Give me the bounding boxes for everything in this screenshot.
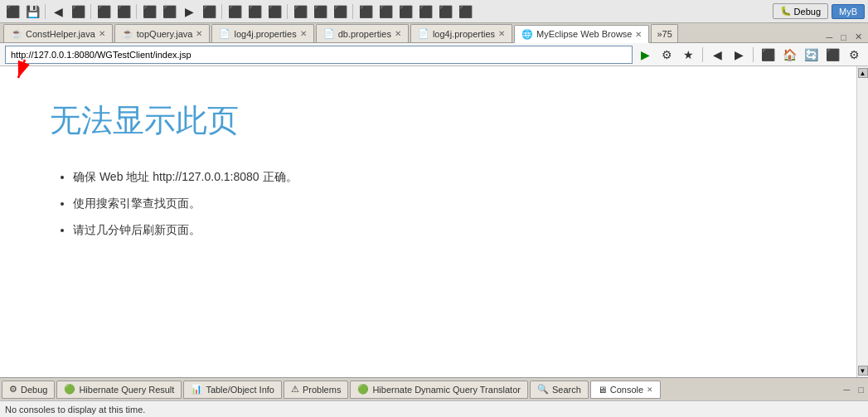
toolbar-icon-fwd[interactable]: ⬛ xyxy=(69,2,87,21)
settings-button[interactable]: ⚙ xyxy=(845,46,863,64)
url-input[interactable] xyxy=(5,46,633,64)
debug-label: Debug xyxy=(794,7,821,17)
print-button[interactable]: ⬛ xyxy=(823,46,841,64)
toolbar-icon-back[interactable]: ◀ xyxy=(49,2,67,21)
tab-label: MyEclipse Web Browse xyxy=(536,29,632,39)
toolbar-icon-3[interactable]: ⬛ xyxy=(95,2,113,21)
toolbar-icon-10[interactable]: ⬛ xyxy=(245,2,264,21)
debug-button[interactable]: 🐛 Debug xyxy=(773,3,828,19)
refresh2-button[interactable]: 🔄 xyxy=(802,46,820,64)
error-item-1: 确保 Web 地址 http://127.0.0.1:8080 正确。 xyxy=(73,165,807,188)
bottom-maximize-icon[interactable]: □ xyxy=(856,385,866,395)
props-icon-1: 📄 xyxy=(219,28,230,39)
toolbar-icon-15[interactable]: ⬛ xyxy=(356,2,375,21)
toolbar-icon-19[interactable]: ⬛ xyxy=(436,2,454,21)
toolbar-icon-11[interactable]: ⬛ xyxy=(265,2,284,21)
toolbar-icon-1[interactable]: ⬛ xyxy=(3,2,22,21)
browser-icon: 🌐 xyxy=(521,29,533,40)
toolbar-icon-9[interactable]: ⬛ xyxy=(225,2,244,21)
scrollbar-right[interactable]: ▲ ▼ xyxy=(856,66,868,377)
debug-tab-label: Debug xyxy=(21,385,47,395)
hibernate-query-label: Hibernate Query Result xyxy=(79,385,174,395)
toolbar-right: 🐛 Debug MyB xyxy=(773,3,865,19)
go-button[interactable]: ▶ xyxy=(636,46,654,64)
bottom-tab-table-object[interactable]: 📊 Table/Object Info xyxy=(183,381,282,399)
bottom-tab-console[interactable]: 🖥 Console ✕ xyxy=(590,381,661,399)
toolbar-icon-20[interactable]: ⬛ xyxy=(456,2,474,21)
toolbar-icon-18[interactable]: ⬛ xyxy=(416,2,434,21)
overflow-label: »75 xyxy=(657,29,672,39)
forward-button[interactable]: ▶ xyxy=(730,46,748,64)
addr-sep xyxy=(702,47,703,62)
myb-label: MyB xyxy=(839,7,857,17)
problems-icon: ⚠ xyxy=(291,384,299,395)
toolbar-icon-12[interactable]: ⬛ xyxy=(291,2,309,21)
search-icon: 🔍 xyxy=(537,384,549,395)
star-button[interactable]: ★ xyxy=(679,46,697,64)
bottom-tab-problems[interactable]: ⚠ Problems xyxy=(284,381,348,399)
tab-log4j1[interactable]: 📄 log4j.properties ✕ xyxy=(211,24,313,42)
toolbar-icon-8[interactable]: ⬛ xyxy=(200,2,218,21)
toolbar-sep-1 xyxy=(45,4,46,19)
myb-button[interactable]: MyB xyxy=(832,4,865,19)
tab-mybrowser[interactable]: 🌐 MyEclipse Web Browse ✕ xyxy=(514,25,649,43)
error-title: 无法显示此页 xyxy=(50,99,807,142)
error-list: 确保 Web 地址 http://127.0.0.1:8080 正确。 使用搜索… xyxy=(50,165,807,241)
bottom-tab-search[interactable]: 🔍 Search xyxy=(530,381,589,399)
tab-close-log4j2[interactable]: ✕ xyxy=(498,29,505,38)
error-item-2: 使用搜索引擎查找页面。 xyxy=(73,192,807,215)
bottom-tab-debug[interactable]: ⚙ Debug xyxy=(2,381,55,399)
bottom-tab-hibernate-query[interactable]: 🟢 Hibernate Query Result xyxy=(56,381,182,399)
status-bar: No consoles to display at this time. xyxy=(0,400,868,417)
addr-sep2 xyxy=(753,47,754,62)
problems-label: Problems xyxy=(303,385,341,395)
error-item-3: 请过几分钟后刷新页面。 xyxy=(73,218,807,241)
tab-label: topQuery.java xyxy=(137,29,193,39)
tab-db[interactable]: 📄 db.properties ✕ xyxy=(316,24,409,42)
toolbar-icon-7[interactable]: ▶ xyxy=(180,2,198,21)
tab-close-topquery[interactable]: ✕ xyxy=(196,29,202,38)
bottom-minimize-icon[interactable]: ─ xyxy=(841,385,853,395)
home-button[interactable]: 🏠 xyxy=(780,46,798,64)
tab-close-db[interactable]: ✕ xyxy=(395,29,401,38)
scroll-down[interactable]: ▼ xyxy=(858,366,868,376)
tab-topquery[interactable]: ☕ topQuery.java ✕ xyxy=(114,24,211,42)
console-close[interactable]: ✕ xyxy=(647,385,653,394)
toolbar-icon-4[interactable]: ⬛ xyxy=(114,2,133,21)
toolbar-icon-14[interactable]: ⬛ xyxy=(331,2,349,21)
main-content: 无法显示此页 确保 Web 地址 http://127.0.0.1:8080 正… xyxy=(0,66,868,377)
toolbar-icon-6[interactable]: ⬛ xyxy=(160,2,178,21)
toolbar-sep-5 xyxy=(287,4,288,19)
back-button[interactable]: ◀ xyxy=(708,46,726,64)
tab-label: log4j.properties xyxy=(234,29,296,39)
bottom-tab-dynamic-query[interactable]: 🟢 Hibernate Dynamic Query Translator xyxy=(350,381,528,399)
table-object-icon: 📊 xyxy=(191,384,202,395)
dynamic-query-label: Hibernate Dynamic Query Translator xyxy=(372,385,521,395)
refresh-button[interactable]: ⚙ xyxy=(657,46,676,64)
tab-label: log4j.properties xyxy=(433,29,495,39)
console-icon: 🖥 xyxy=(598,385,607,395)
toolbar-sep-4 xyxy=(221,4,222,19)
toolbar-icon-save[interactable]: 💾 xyxy=(23,2,41,21)
tab-label: ConstHelper.java xyxy=(26,29,95,39)
toolbar-icon-17[interactable]: ⬛ xyxy=(396,2,415,21)
tab-log4j2[interactable]: 📄 log4j.properties ✕ xyxy=(410,24,512,42)
close-icon[interactable]: ✕ xyxy=(852,32,865,42)
toolbar-icon-16[interactable]: ⬛ xyxy=(376,2,395,21)
toolbar-sep-6 xyxy=(352,4,353,19)
debug-tab-icon: ⚙ xyxy=(9,384,17,395)
maximize-icon[interactable]: □ xyxy=(838,32,849,42)
toolbar-icon-13[interactable]: ⬛ xyxy=(311,2,329,21)
tab-close-log4j1[interactable]: ✕ xyxy=(300,29,307,38)
bug-icon: 🐛 xyxy=(780,6,792,17)
tab-overflow[interactable]: »75 xyxy=(651,24,677,42)
hibernate-query-icon: 🟢 xyxy=(64,384,75,395)
stop-button[interactable]: ⬛ xyxy=(759,46,777,64)
tab-close-mybrowser[interactable]: ✕ xyxy=(635,30,642,39)
tab-close-consthelper[interactable]: ✕ xyxy=(99,29,105,38)
minimize-icon[interactable]: ─ xyxy=(824,32,836,42)
toolbar-icon-5[interactable]: ⬛ xyxy=(140,2,158,21)
scroll-up[interactable]: ▲ xyxy=(858,68,868,78)
tab-label: db.properties xyxy=(338,29,391,39)
tab-consthelper[interactable]: ☕ ConstHelper.java ✕ xyxy=(3,24,113,42)
